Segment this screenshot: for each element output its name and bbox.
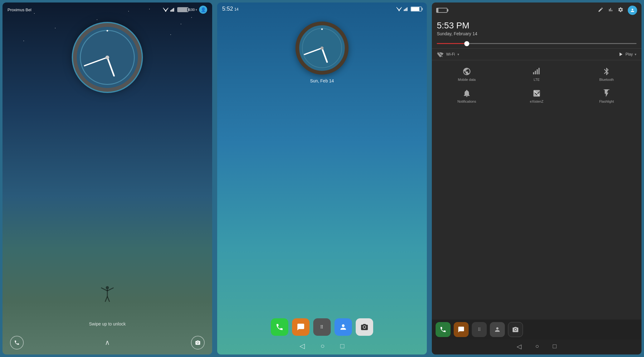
quick-tile-mobile-data[interactable]: Mobile data: [432, 63, 502, 85]
lock-screen-panel: Proximus Bel 100 +: [2, 2, 212, 355]
brightness-fill: [437, 43, 467, 44]
settings-gear-icon[interactable]: [618, 7, 623, 14]
notification-panel: 5:53 PM Sunday, February 14 Wi-Fi ▾ Play…: [432, 2, 642, 355]
play-chevron-icon: ▾: [635, 52, 637, 56]
lock-status-bar: Proximus Bel 100 +: [2, 2, 212, 17]
wifi-toggle[interactable]: Wi-Fi ▾: [437, 51, 614, 57]
home-screen-panel: 5:52 14: [217, 2, 427, 355]
svg-rect-15: [407, 7, 407, 11]
home-clock-area: Sun, Feb 14: [217, 15, 427, 90]
notif-time: 5:53 PM: [437, 21, 637, 31]
battery-charging: +: [195, 8, 197, 12]
lock-scenery: Swipe up to unlock ∧: [2, 95, 212, 355]
camera-app-icon[interactable]: [356, 318, 373, 336]
existenz-icon: [532, 89, 541, 98]
notifications-label: Notifications: [457, 100, 476, 103]
svg-rect-2: [171, 9, 172, 12]
battery-percent: 100: [189, 8, 195, 12]
svg-rect-18: [537, 69, 538, 74]
notif-home-button[interactable]: ○: [535, 343, 539, 350]
phone-shortcut-button[interactable]: [10, 336, 24, 350]
signal-icon: [170, 7, 175, 12]
lock-clock-face: [73, 23, 142, 92]
quick-tile-flashlight[interactable]: Flashlight: [572, 85, 642, 106]
edit-icon[interactable]: [598, 7, 603, 14]
contacts-app-icon[interactable]: [334, 318, 352, 336]
brightness-row: [432, 41, 642, 48]
notif-back-button[interactable]: ◁: [517, 343, 521, 350]
quick-tile-existenz[interactable]: eXistenZ: [502, 85, 572, 106]
flashlight-icon: [602, 89, 611, 98]
quick-tile-lte[interactable]: LTE: [502, 63, 572, 85]
notif-message-icon[interactable]: [454, 322, 469, 337]
lock-clock-container: [2, 17, 212, 95]
svg-point-5: [106, 286, 109, 289]
clock-center-dot: [105, 56, 109, 59]
brightness-thumb[interactable]: [464, 41, 469, 46]
swipe-up-button[interactable]: ∧: [105, 339, 110, 347]
svg-line-10: [107, 296, 110, 302]
wifi-label: Wi-Fi: [446, 52, 455, 56]
notif-bottom-apps: ⠿: [432, 320, 642, 340]
play-label: Play: [626, 52, 633, 56]
notif-date: Sunday, February 14: [437, 31, 637, 36]
bluetooth-label: Bluetooth: [599, 78, 614, 81]
svg-rect-4: [173, 8, 174, 12]
svg-rect-12: [404, 9, 404, 11]
app-dock: ⠿: [217, 315, 427, 339]
lte-label: LTE: [534, 78, 539, 81]
silhouette-person: [100, 285, 115, 303]
notif-contacts-icon[interactable]: [490, 322, 505, 337]
bluetooth-icon: [602, 67, 611, 76]
svg-point-0: [165, 11, 166, 12]
swipe-text: Swipe up to unlock: [89, 321, 126, 326]
back-button[interactable]: ◁: [300, 342, 305, 350]
home-clock-top-dot: [321, 28, 323, 30]
avatar[interactable]: 👤: [199, 6, 207, 14]
notif-topbar: [432, 2, 642, 18]
svg-rect-17: [535, 71, 536, 75]
play-icon: [617, 51, 624, 57]
svg-point-11: [399, 10, 400, 11]
message-app-icon[interactable]: [292, 318, 310, 336]
signal-icon: [404, 7, 409, 11]
home-status-icons: [396, 7, 422, 12]
chart-icon[interactable]: [608, 7, 613, 14]
svg-line-9: [105, 296, 107, 302]
apps-grid-icon[interactable]: ⠿: [313, 318, 331, 336]
lte-icon: [532, 67, 541, 76]
notif-recents-button[interactable]: □: [553, 343, 557, 350]
quick-tiles-grid: Mobile data LTE Bluetooth Notifications: [432, 60, 642, 109]
notif-phone-icon[interactable]: [436, 322, 451, 337]
svg-rect-14: [406, 8, 406, 11]
mobile-data-icon: [462, 67, 471, 76]
notif-avatar[interactable]: [628, 6, 637, 15]
notif-camera-icon[interactable]: [508, 322, 523, 337]
home-nav-bar: ◁ ○ □: [217, 339, 427, 355]
svg-rect-13: [405, 9, 405, 11]
wifi-off-icon: [437, 51, 444, 57]
brightness-slider[interactable]: [437, 43, 637, 44]
play-toggle[interactable]: Play ▾: [617, 51, 637, 57]
svg-rect-16: [533, 72, 534, 74]
lock-bottom-bar[interactable]: ∧: [2, 333, 212, 355]
wifi-icon: [163, 7, 168, 12]
camera-shortcut-button[interactable]: [191, 336, 205, 350]
wifi-icon: [396, 7, 402, 11]
home-button[interactable]: ○: [320, 342, 324, 350]
notif-datetime: 5:53 PM Sunday, February 14: [432, 18, 642, 41]
quick-tile-bluetooth[interactable]: Bluetooth: [572, 63, 642, 85]
home-clock-center-dot: [320, 46, 324, 50]
svg-rect-19: [539, 68, 540, 74]
recents-button[interactable]: □: [340, 342, 344, 350]
notif-spacer: [432, 109, 642, 320]
home-status-bar: 5:52 14: [217, 2, 427, 15]
notif-nav-bar: ◁ ○ □: [432, 340, 642, 355]
clock-top-dot: [107, 30, 108, 32]
notif-battery: [436, 8, 447, 13]
existenz-label: eXistenZ: [530, 100, 543, 103]
svg-rect-3: [172, 9, 173, 12]
phone-app-icon[interactable]: [271, 318, 288, 336]
notif-apps-icon[interactable]: ⠿: [472, 322, 487, 337]
quick-tile-notifications[interactable]: Notifications: [432, 85, 502, 106]
